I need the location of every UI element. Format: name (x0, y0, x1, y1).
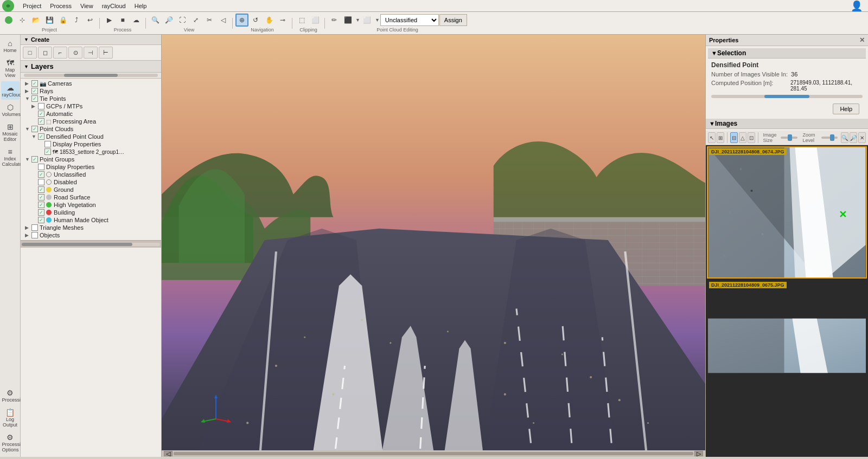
toolbar-btn-share[interactable]: ⤴ (70, 14, 83, 27)
img-tool-zoom-in[interactable]: 🔍 (841, 132, 848, 143)
create-btn-4[interactable]: ⊙ (68, 47, 82, 59)
toolbar-btn-cloud-run[interactable]: ☁ (130, 14, 143, 27)
menu-raycloud[interactable]: rayCloud (98, 2, 130, 10)
tiepoints-checkbox[interactable] (31, 95, 38, 102)
menu-view[interactable]: View (76, 2, 98, 10)
gcps-expand[interactable]: ▶ (31, 104, 38, 109)
tm-checkbox[interactable] (31, 224, 38, 231)
rays-checkbox[interactable] (31, 88, 38, 94)
toolbar-btn-pan-nav[interactable]: ✋ (263, 14, 276, 27)
create-section-header[interactable]: ▼ Create (21, 35, 161, 45)
tree-unclassified[interactable]: ▶ Unclassified (21, 171, 161, 178)
toolbar-btn-clip2[interactable]: ⬜ (309, 14, 322, 27)
tree-road-surface[interactable]: ▶ Road Surface (21, 193, 161, 201)
obj-expand[interactable]: ▶ (25, 232, 31, 238)
viewport-scrollbar-h[interactable]: ◁ ▷ (162, 450, 705, 457)
toolbar-btn-fit[interactable]: ⛶ (176, 14, 189, 27)
create-btn-2[interactable]: ◻ (38, 47, 52, 59)
nav-home[interactable]: ⌂ Home (1, 37, 20, 55)
layers-section-header[interactable]: ▼ Layers (21, 61, 161, 73)
toolbar-btn-save[interactable]: 💾 (43, 14, 56, 27)
toolbar-btn-pce-pencil[interactable]: ✏ (328, 14, 341, 27)
toolbar-btn-undo[interactable]: ↩ (84, 14, 97, 27)
tree-cameras[interactable]: ▶ 📷 Cameras (21, 80, 161, 87)
toolbar-btn-clip1[interactable]: ⬚ (295, 14, 308, 27)
cameras-checkbox[interactable] (31, 80, 38, 87)
tree-processing-area[interactable]: ▶ ⬚ Processing Area (21, 118, 161, 125)
tree-automatic[interactable]: ▶ Automatic (21, 110, 161, 118)
tree-high-vegetation[interactable]: ▶ High Vegetation (21, 201, 161, 209)
gcps-checkbox[interactable] (38, 103, 44, 109)
tree-human-made[interactable]: ▶ Human Made Object (21, 216, 161, 224)
pa-checkbox[interactable] (38, 118, 44, 125)
uc-checkbox[interactable] (38, 171, 44, 178)
tree-densified[interactable]: ▼ Densified Point Cloud (21, 133, 161, 140)
toolbar-btn-expand[interactable]: ⤢ (189, 14, 202, 27)
scroll-left-btn[interactable]: ◁ (164, 451, 173, 456)
hv-checkbox[interactable] (38, 202, 44, 208)
nav-volumes[interactable]: ⬡ Volumes (1, 101, 20, 119)
img-zoom-slider[interactable] (821, 137, 838, 139)
tree-file-18533[interactable]: ▶ 🗺 18533_settore 2_group1_d (21, 148, 161, 156)
properties-slider[interactable] (711, 95, 863, 98)
nav-log[interactable]: 📋 Log Output (1, 406, 20, 430)
dp2-checkbox[interactable] (38, 164, 44, 170)
images-container[interactable]: DJI_20211228104808_0674.JPG (706, 145, 868, 457)
toolbar-btn-pce-square[interactable]: ⬛ (341, 14, 354, 27)
menu-project[interactable]: Project (18, 2, 46, 10)
classification-dropdown[interactable]: Unclassified Ground High Vegetation Buil… (380, 14, 439, 26)
tree-building[interactable]: ▶ Building (21, 209, 161, 216)
tree-disabled[interactable]: ▶ Disabled (21, 178, 161, 186)
nav-mosaic[interactable]: ⊞ Mosaic Editor (1, 120, 20, 144)
create-btn-1[interactable]: □ (23, 47, 37, 59)
dis-checkbox[interactable] (38, 179, 44, 185)
nav-proc-options[interactable]: ⚙ Processing Options (1, 431, 20, 455)
nav-mapview[interactable]: 🗺 Map View (1, 56, 20, 80)
menu-help[interactable]: Help (130, 2, 151, 10)
toolbar-btn-zoom-in[interactable]: 🔍 (149, 14, 162, 27)
toolbar-btn-logo[interactable] (2, 14, 15, 27)
tree-scrollbar-h[interactable] (21, 240, 161, 248)
img-tool-cursor[interactable]: ↖ (708, 132, 716, 143)
toolbar-btn-rotate-nav[interactable]: ↺ (249, 14, 262, 27)
pg-checkbox[interactable] (31, 156, 38, 163)
pc-expand[interactable]: ▼ (25, 126, 31, 132)
rs-checkbox[interactable] (38, 194, 44, 201)
main-viewport[interactable]: ◁ ▷ (162, 35, 705, 457)
toolbar-btn-run[interactable]: ▶ (103, 14, 116, 27)
cameras-expand[interactable]: ▶ (25, 81, 31, 86)
img-tool-fit-auto[interactable]: ⊡ (748, 132, 755, 143)
file-checkbox[interactable] (44, 148, 51, 155)
properties-close[interactable]: ✕ (859, 36, 865, 44)
toolbar-btn-stop[interactable]: ■ (116, 14, 129, 27)
pc-checkbox[interactable] (31, 126, 38, 132)
bld-checkbox[interactable] (38, 209, 44, 216)
img-tool-fit-h[interactable]: ⊟ (730, 132, 738, 143)
image-item-0675[interactable]: DJI_20211228104809_0675.JPG (707, 280, 867, 412)
obj-checkbox[interactable] (31, 232, 38, 238)
img-zoom-thumb[interactable] (830, 134, 834, 141)
image-item-0674[interactable]: DJI_20211228104808_0674.JPG (707, 146, 867, 279)
toolbar-btn-clip-view[interactable]: ✂ (203, 14, 216, 27)
toolbar-btn-zoom-out[interactable]: 🔎 (162, 14, 175, 27)
img-tool-zoom-out[interactable]: 🔎 (850, 132, 857, 143)
toolbar-btn-open[interactable]: 📂 (29, 14, 42, 27)
toolbar-btn-cursor[interactable]: ⊹ (16, 14, 29, 27)
tree-objects[interactable]: ▶ Objects (21, 231, 161, 239)
toolbar-btn-arrow-left[interactable]: ◁ (216, 14, 229, 27)
create-btn-6[interactable]: ⊢ (99, 47, 113, 59)
tree-display-props-1[interactable]: ▶ Display Properties (21, 140, 161, 148)
img-tool-fit-v[interactable]: △ (739, 132, 746, 143)
gnd-checkbox[interactable] (38, 186, 44, 193)
nav-processing[interactable]: ⚙ Processing (1, 386, 20, 405)
densified-checkbox[interactable] (38, 133, 44, 140)
img-size-thumb[interactable] (788, 134, 792, 141)
rays-expand[interactable]: ▶ (25, 88, 31, 94)
dp1-checkbox[interactable] (44, 141, 51, 147)
tree-pointclouds[interactable]: ▼ Point Clouds (21, 125, 161, 133)
create-btn-3[interactable]: ⌐ (53, 47, 67, 59)
tree-ground[interactable]: ▶ Ground (21, 186, 161, 193)
pg-expand[interactable]: ▼ (25, 157, 31, 162)
create-btn-5[interactable]: ⊣ (84, 47, 98, 59)
tree-gcps[interactable]: ▶ GCPs / MTPs (21, 102, 161, 110)
